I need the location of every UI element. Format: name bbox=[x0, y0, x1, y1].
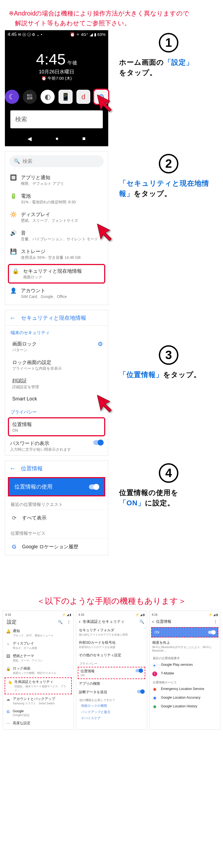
alt-a-icons: ⚡ ◢ ▮ bbox=[62, 613, 71, 617]
search-icon[interactable]: 🔍 bbox=[139, 620, 144, 624]
alt-a-item[interactable]: 👆生体認証とセキュリティ顔認証、端末リモート追跡サービス、プライ… bbox=[5, 677, 72, 694]
nav-recent[interactable]: ■ bbox=[82, 135, 85, 142]
pointer-arrow-1 bbox=[96, 93, 115, 113]
g-icon: G bbox=[6, 709, 10, 714]
password-toggle[interactable] bbox=[93, 440, 103, 445]
password-row[interactable]: パスワードの表示 入力時に文字が短い間表示されます bbox=[5, 437, 108, 455]
alt-b-header: 生体認証とセキュリティ bbox=[83, 619, 125, 624]
alt-a-item[interactable]: GGoogleGoogleの設定 bbox=[3, 707, 73, 719]
settings-item-battery[interactable]: 🔋電池31% - 電池切れの推定時間: 8:30 bbox=[5, 189, 108, 208]
search-box[interactable]: 検索 bbox=[10, 111, 103, 128]
alt-c-on-toggle[interactable] bbox=[208, 631, 215, 634]
battery-icon: 🔋 bbox=[10, 193, 17, 199]
gear-icon[interactable]: ⚙ bbox=[98, 341, 103, 348]
settings-item-apps[interactable]: 🔲アプリと通知権限、デフォルト アプリ bbox=[5, 171, 108, 189]
svg-marker-2 bbox=[97, 395, 112, 412]
alt-a-item[interactable]: 🖼壁紙とテーマ壁紙、テーマ、アイコン bbox=[3, 652, 73, 664]
sound-icon: 🔊 bbox=[10, 230, 17, 236]
security-item[interactable]: 顔認証詳細設定を管理 bbox=[5, 374, 108, 393]
security-item[interactable]: 画面ロックパターン⚙ bbox=[5, 337, 108, 356]
password-desc: 入力時に文字が短い間表示されます bbox=[10, 447, 71, 452]
alt-a-item[interactable]: 🔔通知ブロック、許可、通知をミュート bbox=[3, 627, 73, 640]
alt-b-item[interactable]: その他のセキュリティ設定 bbox=[76, 651, 147, 659]
search-icon[interactable]: 🔍 bbox=[58, 620, 63, 624]
location-row[interactable]: 位置情報 ON bbox=[8, 417, 105, 436]
alt-c-accuracy-row[interactable]: 精度を向上Wi-FiとBluetoothを許可することにより、Wi-Fiと Bl… bbox=[150, 639, 220, 654]
security-item[interactable]: ロック画面の設定プライベートな内容を非表示 bbox=[5, 356, 108, 374]
svg-point-3 bbox=[153, 688, 156, 691]
settings-item-security[interactable]: 🔒セキュリティと現在地情報画面ロック bbox=[8, 264, 105, 283]
alt-a-time: 4:16 bbox=[5, 613, 11, 617]
alt-c-on-row[interactable]: ON bbox=[151, 627, 218, 638]
alt-b-diag-row[interactable]: 診断データを送信 bbox=[76, 688, 147, 696]
alt-c-time: 4:16 bbox=[152, 613, 157, 617]
dock-app-5[interactable]: d bbox=[76, 90, 91, 104]
settings-search[interactable]: 🔍 検索 bbox=[9, 155, 104, 167]
security-item[interactable]: Smart Lock bbox=[5, 393, 108, 405]
password-label: パスワードの表示 bbox=[10, 440, 71, 447]
alt-b-perm-row[interactable]: アプリの権限 bbox=[76, 680, 147, 688]
alt-b-link[interactable]: バックアップと復元 bbox=[76, 709, 147, 715]
settings-item-sound[interactable]: 🔊音音量、バイブレーション、サイレント モード bbox=[5, 226, 108, 245]
settings-item-account[interactable]: 👤アカウントSIM Card、Google、Office bbox=[5, 284, 108, 303]
alt-c-svc-row[interactable]: Google Location History bbox=[150, 703, 220, 711]
disp-icon: ☼ bbox=[6, 641, 10, 646]
settings-search-label: 検索 bbox=[23, 158, 32, 164]
google-location-history-label: Google ロケーション履歴 bbox=[22, 544, 78, 550]
more-icon[interactable]: ⋮ bbox=[214, 620, 217, 624]
dock-app-4[interactable]: 📱 bbox=[59, 90, 73, 104]
alt-screenshot-a: 4:16⚡ ◢ ▮ 設定🔍⋮ 🔔通知ブロック、許可、通知をミュート☼ディスプレイ… bbox=[3, 611, 74, 730]
status-icons-left: ✉ ⓧ ⓘ ⚙ ⌄ • bbox=[18, 32, 42, 37]
show-all-row[interactable]: ⟳ すべて表示 bbox=[5, 509, 108, 526]
back-arrow-icon[interactable]: ← bbox=[9, 314, 16, 321]
alt-b-item[interactable]: セキュリティフォルダ個人的なファイルやアプリを安全に保管 bbox=[76, 626, 147, 639]
security-title: セキュリティと現在地情報 bbox=[21, 314, 86, 321]
alt-b-diag-toggle[interactable] bbox=[137, 690, 144, 693]
alt-b-loc-toggle[interactable] bbox=[135, 669, 142, 672]
security-icon: 🔒 bbox=[12, 268, 19, 274]
alt-c-svc-row[interactable]: Emergency Location Service bbox=[150, 685, 220, 694]
alt-c-icons: ⚡ ◢ ▮ bbox=[209, 613, 218, 617]
alt-a-item[interactable]: ☼ディスプレイ明るさ、ホーム画面 bbox=[3, 640, 73, 652]
status-icons-right: ⏰ ✧ 4G⁺ ◢ ▮ 63% bbox=[70, 32, 105, 37]
back-arrow-icon[interactable]: ← bbox=[9, 465, 16, 472]
search-icon: 🔍 bbox=[14, 158, 20, 164]
use-location-toggle[interactable] bbox=[89, 485, 99, 489]
alt-b-link[interactable]: デバイスケア bbox=[76, 715, 147, 721]
alt-c-app-row[interactable]: TT-Mobile bbox=[150, 670, 220, 678]
alt-c-svc-row[interactable]: Google Location Accuracy bbox=[150, 694, 220, 703]
google-location-history-row[interactable]: G Google ロケーション履歴 bbox=[5, 538, 108, 555]
alt-a-item[interactable]: ⋯高度な設定 bbox=[3, 719, 73, 728]
android-warning-note: ※Androidの場合は機種により操作方法が大きく異なりますので 解説サイト等も… bbox=[0, 0, 223, 30]
alt-b-location-row[interactable]: 位置情報ON bbox=[78, 667, 145, 679]
settings-item-display[interactable]: 🔆ディスプレイ壁紙、スリープ、フォントサイズ bbox=[5, 208, 108, 226]
back-icon[interactable]: ‹ bbox=[79, 619, 81, 624]
warning-line1: ※Androidの場合は機種により操作方法が大きく異なりますので bbox=[9, 10, 189, 17]
alt-c-on-label: ON bbox=[155, 630, 159, 634]
lock-clock: 4:45午後 10月26日水曜日 ⏰ 午前7:00 (木) bbox=[5, 50, 108, 81]
status-bar: 4:45 ✉ ⓧ ⓘ ⚙ ⌄ • ⏰ ✧ 4G⁺ ◢ ▮ 63% bbox=[5, 30, 108, 39]
use-location-row[interactable]: 位置情報の使用 bbox=[8, 477, 105, 496]
alt-a-item[interactable]: 🔒ロック画面画面ロックの種類、時計のスタイル bbox=[3, 664, 73, 677]
alt-a-item[interactable]: ☁アカウントとバックアップSamsung クラウド、Smart Switch bbox=[3, 695, 73, 707]
lock-icon: 🔒 bbox=[6, 666, 10, 671]
step3-instruction: 「位置情報」をタップ。 bbox=[119, 370, 218, 380]
back-icon[interactable]: ‹ bbox=[152, 619, 154, 624]
alt-b-loc-label: 位置情報 bbox=[81, 669, 95, 674]
dock-app-1[interactable]: ☾ bbox=[5, 90, 19, 104]
dock-app-2[interactable]: 朝日新聞 bbox=[23, 90, 37, 104]
account-icon: 👤 bbox=[10, 287, 17, 294]
google-g-icon: G bbox=[10, 543, 18, 550]
apps-icon: 🔲 bbox=[10, 174, 17, 181]
more-icon[interactable]: ⋮ bbox=[67, 620, 71, 624]
alt-b-item[interactable]: 外部SDカードを暗号化外部SDカードのデータを保護 bbox=[76, 639, 147, 651]
nav-home[interactable]: ● bbox=[55, 135, 59, 142]
alt-b-privacy-sub: プライバシー bbox=[76, 659, 147, 666]
alt-c-header: 位置情報 bbox=[156, 619, 171, 624]
alt-b-link[interactable]: 画面ロックの種類 bbox=[76, 703, 147, 709]
dock-app-3[interactable]: ◐ bbox=[40, 90, 55, 104]
settings-item-storage[interactable]: 💾ストレージ使用済み 55% - 空き容量 14.46 GB bbox=[5, 245, 108, 264]
nav-back[interactable]: ◀ bbox=[28, 135, 32, 142]
alt-c-app-row[interactable]: ▶Google Play services bbox=[150, 661, 220, 670]
alt-b-ask: 他の機能をお探しですか？ bbox=[76, 696, 147, 703]
